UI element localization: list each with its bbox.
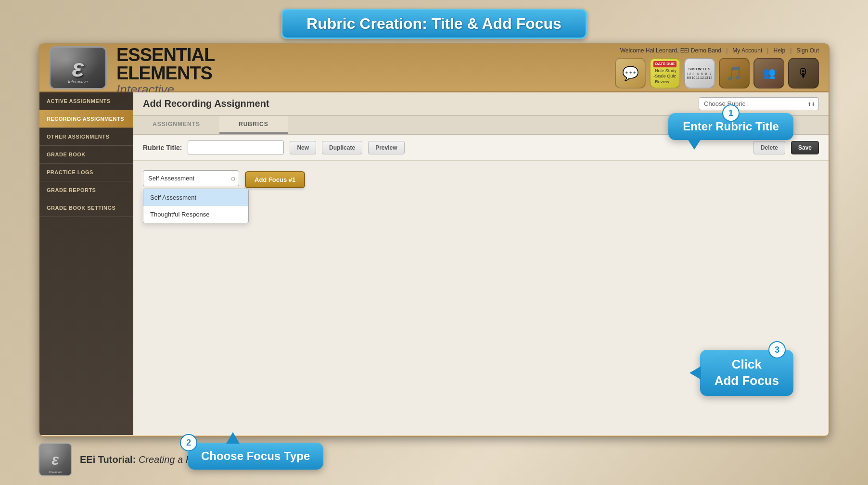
duplicate-button[interactable]: Duplicate (322, 141, 362, 154)
content-title: Add Recording Assignment (143, 98, 269, 109)
new-button[interactable]: New (290, 141, 316, 154)
welcome-text: Welcome Hal Leonard, EEi Demo Band (620, 47, 722, 54)
sidebar-item-grade-reports[interactable]: GRADE REPORTS (39, 181, 133, 199)
sidebar-item-active-assignments[interactable]: ACTIVE ASSIGNMENTS (39, 92, 133, 110)
callout-2-number: 2 (180, 434, 197, 451)
callout-3-arrow (689, 366, 701, 380)
focus-type-wrapper: Self Assessment Self Assessment Thoughtf… (143, 170, 239, 186)
music-icon[interactable]: 🎵 (719, 58, 750, 89)
footer-logo-subtitle: Interactive (49, 471, 62, 473)
add-focus-button[interactable]: Add Focus #1 (245, 171, 305, 188)
title-banner: Rubric Creation: Title & Add Focus (281, 9, 587, 39)
my-account-link[interactable]: My Account (732, 47, 762, 54)
focus-area: Self Assessment Self Assessment Thoughtf… (133, 161, 829, 198)
calendar-icon[interactable]: SMTWTFS 1234567 891011121314 (684, 58, 715, 89)
welcome-bar: Welcome Hal Leonard, EEi Demo Band | My … (620, 47, 819, 54)
footer-logo: ε Interactive (38, 443, 72, 476)
brand-text: HAL LEONARD ESSENTIAL ELEMENTS Interacti… (116, 43, 615, 97)
header-right: Welcome Hal Leonard, EEi Demo Band | My … (615, 47, 819, 89)
essential-text: ESSENTIAL (116, 46, 615, 64)
sidebar-item-recording-assignments[interactable]: RECORDING ASSIGNMENTS (39, 110, 133, 128)
callout-1-container: 1 Enter Rubric Title (668, 113, 793, 140)
dropdown-item-self-assessment[interactable]: Self Assessment (143, 189, 248, 206)
dropdown-item-thoughtful-response[interactable]: Thoughtful Response (143, 206, 248, 223)
focus-dropdown-list: Self Assessment Thoughtful Response (143, 189, 249, 223)
focus-type-select[interactable]: Self Assessment (143, 170, 239, 186)
sidebar: ACTIVE ASSIGNMENTS RECORDING ASSIGNMENTS… (39, 92, 133, 435)
callout-1: 1 Enter Rubric Title (668, 113, 793, 140)
sidebar-item-other-assignments[interactable]: OTHER ASSIGNMENTS (39, 128, 133, 146)
rubric-title-label: Rubric Title: (143, 144, 182, 152)
callout-2: 2 Choose Focus Type (188, 443, 323, 470)
callout-3-container: 3 ClickAdd Focus (700, 350, 793, 396)
save-button[interactable]: Save (791, 141, 819, 154)
app-logo: ε Interactive (49, 46, 107, 89)
sidebar-item-grade-book[interactable]: GRADE BOOK (39, 146, 133, 164)
callout-2-arrow (226, 432, 240, 444)
callout-1-label: Enter Rubric Title (683, 120, 779, 133)
tab-rubrics[interactable]: RUBRICS (219, 116, 288, 134)
callout-1-arrow (688, 139, 701, 150)
choose-rubric-select[interactable]: Choose Rubric (699, 97, 819, 110)
elements-text: ELEMENTS (116, 64, 615, 82)
callout-2-label: Choose Focus Type (201, 449, 310, 462)
microphone-icon[interactable]: 🎙 (788, 58, 819, 89)
focus-selector-row: Self Assessment Self Assessment Thoughtf… (143, 170, 819, 188)
callout-3-number: 3 (768, 341, 786, 358)
header-icons: 💬 DATE DUE -Note Study -Scale Quiz -Revi… (615, 58, 819, 89)
sidebar-item-grade-book-settings[interactable]: GRADE BOOK SETTINGS (39, 199, 133, 217)
title-text: Rubric Creation: Title & Add Focus (306, 15, 562, 33)
callout-1-number: 1 (722, 104, 740, 122)
choose-rubric-wrapper: Choose Rubric ⬆⬇ (699, 97, 819, 110)
app-header: ε Interactive HAL LEONARD ESSENTIAL ELEM… (39, 44, 829, 92)
preview-button[interactable]: Preview (368, 141, 404, 154)
help-link[interactable]: Help (773, 47, 785, 54)
chat-icon[interactable]: 💬 (615, 58, 646, 89)
delete-button[interactable]: Delete (753, 141, 785, 154)
rubric-title-input[interactable] (188, 140, 284, 154)
sidebar-item-practice-logs[interactable]: PRACTICE LOGS (39, 164, 133, 181)
callout-3: 3 ClickAdd Focus (700, 350, 793, 396)
logo-letter: ε (72, 53, 84, 82)
footer-logo-letter: ε (51, 451, 59, 469)
sign-out-link[interactable]: Sign Out (796, 47, 819, 54)
tab-assignments[interactable]: ASSIGNMENTS (133, 116, 219, 134)
notes-icon[interactable]: DATE DUE -Note Study -Scale Quiz -Review (650, 58, 680, 89)
callout-2-container: 2 Choose Focus Type (188, 443, 323, 470)
band-icon[interactable]: 👥 (753, 58, 784, 89)
